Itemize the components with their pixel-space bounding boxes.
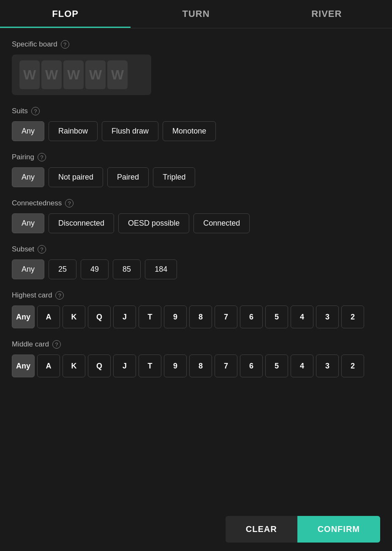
suits-section: Suits ? Any Rainbow Flush draw Monotone xyxy=(12,107,380,141)
highest-card-8[interactable]: 8 xyxy=(189,306,212,328)
subset-help-icon[interactable]: ? xyxy=(38,245,46,254)
middle-card-options: Any A K Q J T 9 8 7 6 5 4 3 2 xyxy=(12,355,380,377)
subset-option-85[interactable]: 85 xyxy=(113,259,141,279)
highest-card-6[interactable]: 6 xyxy=(240,306,263,328)
pairing-label: Pairing ? xyxy=(12,153,380,161)
subset-option-184[interactable]: 184 xyxy=(145,259,177,279)
specific-board-label: Specific board ? xyxy=(12,40,380,49)
middle-card-A[interactable]: A xyxy=(37,355,60,377)
board-card-2[interactable]: W xyxy=(41,60,62,89)
tab-river[interactable]: RIVER xyxy=(261,0,392,28)
board-card-4[interactable]: W xyxy=(85,60,106,89)
tab-bar: FLOP TURN RIVER xyxy=(0,0,392,28)
middle-card-J[interactable]: J xyxy=(113,355,136,377)
pairing-help-icon[interactable]: ? xyxy=(38,153,46,161)
board-card-5[interactable]: W xyxy=(107,60,128,89)
tab-flop[interactable]: FLOP xyxy=(0,0,131,28)
pairing-options: Any Not paired Paired Tripled xyxy=(12,167,380,187)
connectedness-option-connected[interactable]: Connected xyxy=(193,213,250,233)
suits-label: Suits ? xyxy=(12,107,380,115)
board-cards-container: W W W W W xyxy=(12,55,151,95)
middle-card-7[interactable]: 7 xyxy=(215,355,237,377)
suits-option-monotone[interactable]: Monotone xyxy=(163,121,216,141)
middle-card-T[interactable]: T xyxy=(139,355,161,377)
middle-card-K[interactable]: K xyxy=(63,355,85,377)
highest-card-5[interactable]: 5 xyxy=(265,306,288,328)
specific-board-section: Specific board ? W W W W W xyxy=(12,40,380,95)
middle-card-help-icon[interactable]: ? xyxy=(52,340,61,349)
highest-card-help-icon[interactable]: ? xyxy=(55,291,64,300)
middle-card-section: Middle card ? Any A K Q J T 9 8 7 6 5 4 … xyxy=(12,340,380,377)
highest-card-A[interactable]: A xyxy=(37,306,60,328)
connectedness-section: Connectedness ? Any Disconnected OESD po… xyxy=(12,199,380,233)
highest-card-label: Highest card ? xyxy=(12,291,380,300)
middle-card-5[interactable]: 5 xyxy=(265,355,288,377)
highest-card-3[interactable]: 3 xyxy=(316,306,339,328)
subset-option-any[interactable]: Any xyxy=(12,259,44,279)
bottom-bar: CLEAR CONFIRM xyxy=(0,507,392,551)
suits-option-flush-draw[interactable]: Flush draw xyxy=(102,121,158,141)
subset-label: Subset ? xyxy=(12,245,380,254)
connectedness-options: Any Disconnected OESD possible Connected xyxy=(12,213,380,233)
highest-card-4[interactable]: 4 xyxy=(291,306,313,328)
suits-options: Any Rainbow Flush draw Monotone xyxy=(12,121,380,141)
tab-turn[interactable]: TURN xyxy=(131,0,261,28)
middle-card-9[interactable]: 9 xyxy=(164,355,187,377)
connectedness-label: Connectedness ? xyxy=(12,199,380,207)
highest-card-T[interactable]: T xyxy=(139,306,161,328)
suits-help-icon[interactable]: ? xyxy=(31,107,40,115)
highest-card-options: Any A K Q J T 9 8 7 6 5 4 3 2 xyxy=(12,306,380,328)
connectedness-option-disconnected[interactable]: Disconnected xyxy=(49,213,114,233)
highest-card-K[interactable]: K xyxy=(63,306,85,328)
main-content: Specific board ? W W W W W Suits ? Any R… xyxy=(0,28,392,551)
subset-options: Any 25 49 85 184 xyxy=(12,259,380,279)
middle-card-Q[interactable]: Q xyxy=(88,355,111,377)
middle-card-3[interactable]: 3 xyxy=(316,355,339,377)
middle-card-6[interactable]: 6 xyxy=(240,355,263,377)
highest-card-section: Highest card ? Any A K Q J T 9 8 7 6 5 4… xyxy=(12,291,380,328)
suits-option-any[interactable]: Any xyxy=(12,121,44,141)
confirm-button[interactable]: CONFIRM xyxy=(297,516,380,543)
middle-card-8[interactable]: 8 xyxy=(189,355,212,377)
highest-card-9[interactable]: 9 xyxy=(164,306,187,328)
highest-card-any[interactable]: Any xyxy=(12,306,35,328)
highest-card-Q[interactable]: Q xyxy=(88,306,111,328)
suits-option-rainbow[interactable]: Rainbow xyxy=(49,121,98,141)
middle-card-2[interactable]: 2 xyxy=(341,355,364,377)
subset-option-25[interactable]: 25 xyxy=(49,259,76,279)
middle-card-4[interactable]: 4 xyxy=(291,355,313,377)
highest-card-2[interactable]: 2 xyxy=(341,306,364,328)
board-card-1[interactable]: W xyxy=(19,60,40,89)
pairing-section: Pairing ? Any Not paired Paired Tripled xyxy=(12,153,380,187)
board-card-3[interactable]: W xyxy=(63,60,84,89)
connectedness-option-oesd[interactable]: OESD possible xyxy=(118,213,189,233)
specific-board-help-icon[interactable]: ? xyxy=(61,40,69,49)
pairing-option-any[interactable]: Any xyxy=(12,167,44,187)
pairing-option-not-paired[interactable]: Not paired xyxy=(49,167,103,187)
pairing-option-paired[interactable]: Paired xyxy=(107,167,149,187)
highest-card-J[interactable]: J xyxy=(113,306,136,328)
connectedness-option-any[interactable]: Any xyxy=(12,213,44,233)
pairing-option-tripled[interactable]: Tripled xyxy=(153,167,195,187)
clear-button[interactable]: CLEAR xyxy=(226,516,297,543)
subset-section: Subset ? Any 25 49 85 184 xyxy=(12,245,380,279)
connectedness-help-icon[interactable]: ? xyxy=(65,199,74,207)
highest-card-7[interactable]: 7 xyxy=(215,306,237,328)
subset-option-49[interactable]: 49 xyxy=(81,259,109,279)
middle-card-any[interactable]: Any xyxy=(12,355,35,377)
middle-card-label: Middle card ? xyxy=(12,340,380,349)
